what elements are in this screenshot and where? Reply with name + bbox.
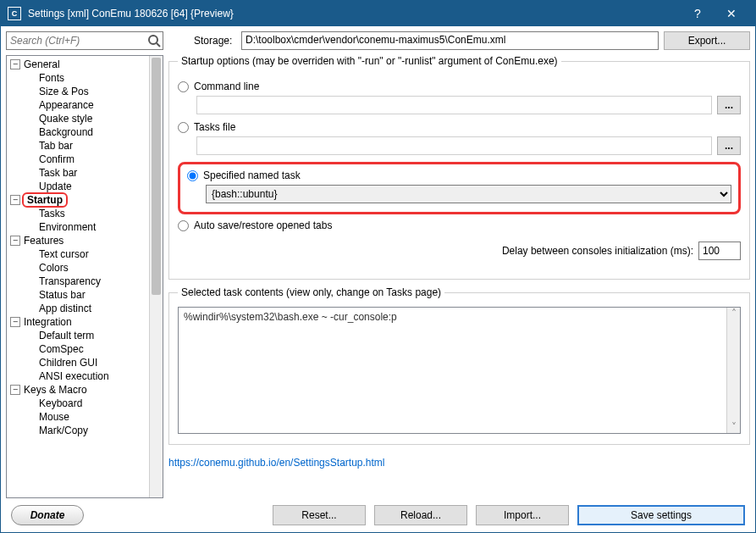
tree-toggle-icon [25, 100, 36, 110]
radio-command-line[interactable] [178, 81, 189, 92]
tree-toggle-icon [25, 222, 36, 232]
svg-point-0 [149, 36, 157, 44]
radio-tasks-file[interactable] [178, 122, 189, 133]
radio-command-line-label: Command line [194, 81, 259, 92]
tree-item-app-distinct[interactable]: App distinct [7, 302, 149, 315]
tree-toggle-icon [25, 330, 36, 341]
tree-toggle-icon [25, 127, 36, 137]
tree-item-label: Background [37, 126, 95, 138]
radio-named-task[interactable] [187, 170, 198, 181]
tree-toggle-icon [25, 425, 36, 436]
tree-toggle-icon [25, 249, 36, 259]
radio-auto-save[interactable] [178, 220, 189, 231]
tree-item-label: Children GUI [37, 357, 99, 369]
tree-item-appearance[interactable]: Appearance [7, 98, 149, 112]
tree-item-label: Integration [22, 316, 74, 328]
help-button[interactable]: ? [681, 1, 715, 26]
window-title: Settings [xml] ConEmu 180626 [64] {Previ… [28, 8, 681, 19]
tree-item-label: Confirm [37, 153, 76, 165]
tree-toggle-icon [25, 412, 36, 422]
tree-item-label: Default term [37, 330, 96, 341]
tree-item-label: Mark/Copy [37, 425, 90, 436]
tree-item-environment[interactable]: Environment [7, 220, 149, 234]
tree-item-status-bar[interactable]: Status bar [7, 288, 149, 302]
startup-options-legend: Startup options (may be overriden with "… [178, 55, 561, 67]
tree-item-label: Size & Pos [37, 86, 91, 97]
tree-toggle-icon [25, 114, 36, 124]
close-button[interactable]: ✕ [715, 1, 748, 26]
tree-toggle-icon [25, 398, 36, 408]
reset-button[interactable]: Reset... [273, 505, 366, 525]
tree-item-confirm[interactable]: Confirm [7, 153, 149, 166]
search-input[interactable] [6, 31, 163, 50]
tree-item-label: ANSI execution [37, 370, 111, 382]
tree-toggle-icon [25, 208, 36, 219]
tasks-file-input[interactable] [196, 136, 712, 155]
search-icon[interactable] [147, 34, 161, 47]
tree-toggle-icon [25, 181, 36, 192]
tree-item-task-bar[interactable]: Task bar [7, 166, 149, 180]
tree-item-fonts[interactable]: Fonts [7, 71, 149, 85]
tree-item-label: Mouse [37, 411, 71, 423]
tree-toggle-icon[interactable]: − [10, 317, 20, 327]
tree-item-tab-bar[interactable]: Tab bar [7, 139, 149, 153]
tree-item-label: Startup [22, 192, 68, 208]
tree-toggle-icon[interactable]: − [10, 385, 20, 395]
tree-item-label: Text cursor [37, 248, 91, 260]
tree-item-features[interactable]: −Features [7, 234, 149, 247]
tree-item-background[interactable]: Background [7, 125, 149, 139]
tree-toggle-icon [25, 141, 36, 151]
tree-item-keyboard[interactable]: Keyboard [7, 397, 149, 410]
tree-item-label: Update [37, 180, 74, 192]
app-icon: C [8, 7, 21, 20]
tree-toggle-icon [25, 371, 36, 381]
tree-item-update[interactable]: Update [7, 180, 149, 193]
tree-item-size-pos[interactable]: Size & Pos [7, 85, 149, 98]
tree-item-startup[interactable]: −Startup [7, 193, 149, 207]
tree-item-tasks[interactable]: Tasks [7, 207, 149, 220]
tree-item-keys[interactable]: −Keys & Macro [7, 383, 149, 397]
tree-toggle-icon [25, 154, 36, 164]
help-link[interactable]: https://conemu.github.io/en/SettingsStar… [168, 457, 384, 469]
tree-scrollbar[interactable] [149, 56, 163, 497]
save-settings-button[interactable]: Save settings [577, 505, 745, 525]
tree-item-ansi-execution[interactable]: ANSI execution [7, 369, 149, 383]
tree-item-colors[interactable]: Colors [7, 261, 149, 275]
task-contents-box: %windir%\system32\bash.exe ~ -cur_consol… [178, 307, 741, 434]
tree-item-transparency[interactable]: Transparency [7, 275, 149, 288]
tree-item-label: App distinct [37, 303, 93, 314]
tree-toggle-icon[interactable]: − [10, 195, 20, 205]
tree-item-integration[interactable]: −Integration [7, 315, 149, 329]
named-task-select[interactable]: {bash::ubuntu} [206, 185, 731, 203]
tree-toggle-icon [25, 86, 36, 97]
radio-tasks-file-label: Tasks file [194, 121, 235, 133]
tree-item-general[interactable]: −General [7, 58, 149, 71]
tree-item-mouse[interactable]: Mouse [7, 410, 149, 424]
tree-item-label: Status bar [37, 289, 87, 301]
tree-toggle-icon [25, 290, 36, 300]
import-button[interactable]: Import... [476, 505, 569, 525]
reload-button[interactable]: Reload... [374, 505, 467, 525]
tree-item-children-gui[interactable]: Children GUI [7, 356, 149, 369]
tree-item-comspec[interactable]: ComSpec [7, 342, 149, 356]
tree-item-label: Features [22, 235, 65, 247]
delay-input[interactable] [698, 242, 741, 260]
export-button[interactable]: Export... [664, 31, 750, 50]
tasks-file-browse[interactable]: ... [717, 136, 741, 155]
command-line-input[interactable] [196, 96, 712, 114]
command-line-browse[interactable]: ... [717, 96, 741, 114]
donate-button[interactable]: Donate [11, 505, 84, 525]
storage-path[interactable]: D:\toolbox\cmder\vendor\conemu-maximus5\… [241, 31, 659, 50]
search-field [6, 31, 163, 50]
tree-toggle-icon[interactable]: − [10, 236, 20, 246]
tree-item-quake-style[interactable]: Quake style [7, 112, 149, 125]
tree-item-label: Keyboard [37, 397, 84, 409]
tree-item-label: Transparency [37, 275, 102, 287]
task-contents-group: Selected task contents (view only, chang… [168, 286, 750, 445]
tree-toggle-icon[interactable]: − [10, 59, 20, 69]
tree-item-mark-copy[interactable]: Mark/Copy [7, 424, 149, 437]
tree-item-default-term[interactable]: Default term [7, 329, 149, 342]
task-contents-text: %windir%\system32\bash.exe ~ -cur_consol… [179, 308, 740, 326]
contents-scrollbar[interactable]: ˄˅ [726, 308, 740, 433]
tree-item-text-cursor[interactable]: Text cursor [7, 247, 149, 261]
